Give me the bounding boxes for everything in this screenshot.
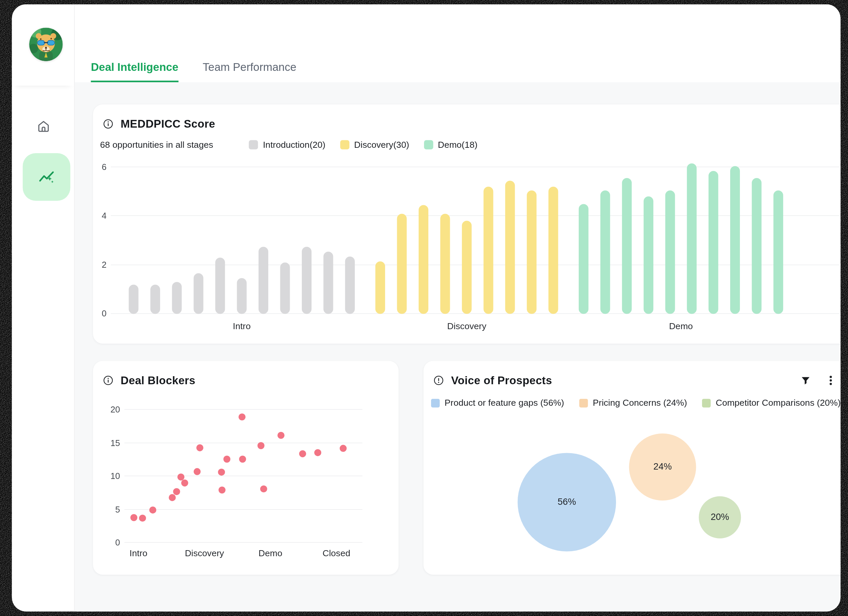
blockers-plot: 05101520IntroDiscoveryDemoClosed (125, 403, 363, 543)
bar-demo (600, 190, 610, 314)
meddpicc-info-button[interactable] (103, 119, 113, 129)
meddpicc-plot: 0246IntroDiscoveryDemo (111, 162, 840, 314)
meddpicc-subtitle: 68 opportunities in all stages (100, 140, 213, 150)
bar-intro (258, 246, 268, 314)
alert-circle-icon (433, 375, 444, 386)
voice-legend: Product or feature gaps (56%) Pricing Co… (423, 398, 840, 408)
bar-intro (280, 263, 290, 314)
tab-team-performance[interactable]: Team Performance (203, 61, 297, 82)
deal-blockers-info-button[interactable] (103, 375, 113, 386)
legend-item-competitor: Competitor Comparisons (20%) (702, 398, 841, 408)
scatter-dot (169, 494, 176, 501)
scatter-dot (218, 469, 225, 476)
bar-demo (579, 204, 589, 314)
deal-blockers-title: Deal Blockers (120, 374, 196, 387)
main-area: Deal Intelligence Team Performance (74, 4, 840, 612)
scatter-dot (314, 450, 322, 456)
scatter-dot (278, 432, 285, 439)
x-axis-label: Intro (130, 548, 147, 558)
bar-demo (730, 166, 740, 314)
voice-bubbles: 56%24%20% (423, 410, 840, 575)
meddpicc-score-card: MEDDPICC Score 68 opportunities in all s… (93, 104, 841, 344)
y-tick-label: 0 (108, 538, 120, 548)
bar-demo (666, 190, 675, 314)
bar-discovery (549, 187, 558, 314)
scatter-dot (130, 514, 137, 521)
legend-item-introduction: Introduction(20) (249, 140, 325, 150)
bubble-24%: 24% (629, 433, 696, 500)
legend-item-pricing: Pricing Concerns (24%) (580, 398, 687, 408)
scatter-dot (239, 456, 246, 463)
leopard-avatar-image (29, 28, 63, 61)
bar-intro (172, 282, 182, 314)
bar-discovery (419, 205, 428, 314)
voice-alert-button[interactable] (433, 375, 444, 386)
bar-intro (323, 252, 333, 314)
bar-discovery (483, 187, 493, 314)
info-icon (103, 375, 113, 386)
bar-demo (774, 190, 783, 314)
gridline (125, 509, 363, 509)
x-axis-label: Discovery (185, 548, 224, 558)
scatter-dot (181, 479, 188, 486)
scatter-dot (139, 515, 146, 522)
scatter-dot (150, 506, 156, 514)
legend-label-introduction: Introduction(20) (263, 140, 325, 150)
y-tick-label: 2 (95, 260, 107, 270)
bar-discovery (505, 181, 515, 314)
bar-discovery (397, 214, 407, 314)
bar-demo (709, 171, 718, 314)
sidebar-item-home[interactable] (33, 115, 54, 137)
gridline (125, 442, 363, 443)
legend-chip-product-gaps (431, 399, 440, 407)
screen: Deal Intelligence Team Performance (0, 0, 848, 616)
bar-discovery (462, 221, 471, 314)
deal-blockers-card: Deal Blockers 05101520IntroDiscoveryDemo… (93, 361, 399, 575)
sidebar (12, 4, 74, 612)
meddpicc-title: MEDDPICC Score (120, 117, 215, 131)
legend-item-product-gaps: Product or feature gaps (56%) (431, 398, 564, 408)
meddpicc-legend: Introduction(20) Discovery(30) Demo(18) (249, 140, 477, 150)
bar-demo (687, 163, 697, 314)
tab-bar: Deal Intelligence Team Performance (74, 4, 840, 82)
scatter-dot (196, 444, 203, 451)
bar-intro (302, 246, 311, 314)
bar-intro (150, 285, 160, 314)
tab-deal-intelligence[interactable]: Deal Intelligence (91, 61, 179, 82)
legend-chip-introduction (249, 140, 258, 149)
gridline (125, 476, 363, 476)
x-axis-label: Demo (669, 321, 693, 331)
meddpicc-card-header: MEDDPICC Score (93, 104, 841, 130)
bar-intro (345, 256, 355, 314)
bar-demo (643, 196, 653, 314)
voice-filter-button[interactable] (800, 375, 811, 386)
sidebar-item-analytics[interactable] (23, 153, 71, 201)
x-axis-label: Intro (233, 321, 251, 331)
y-tick-label: 10 (108, 471, 120, 481)
gridline (125, 409, 363, 410)
avatar[interactable] (29, 28, 63, 61)
scatter-dot (223, 456, 230, 463)
x-axis-label: Closed (323, 548, 350, 558)
y-tick-label: 5 (108, 505, 120, 514)
bar-intro (237, 278, 247, 314)
bubble-20%: 20% (699, 496, 741, 539)
dashboard-content: MEDDPICC Score 68 opportunities in all s… (74, 82, 840, 612)
legend-label-pricing: Pricing Concerns (24%) (593, 398, 687, 408)
voice-more-button[interactable] (824, 374, 837, 387)
legend-chip-demo (424, 140, 433, 149)
filter-funnel-icon (800, 375, 811, 386)
scatter-dot (339, 445, 347, 452)
legend-label-demo: Demo(18) (438, 140, 477, 150)
legend-chip-pricing (580, 399, 588, 407)
bar-demo (622, 178, 632, 314)
legend-item-demo: Demo(18) (424, 140, 477, 150)
bar-intro (215, 258, 225, 314)
y-tick-label: 4 (95, 211, 107, 221)
scatter-dot (239, 413, 246, 420)
bar-demo (752, 178, 761, 314)
legend-label-competitor: Competitor Comparisons (20%) (716, 398, 841, 408)
voice-card-header: Voice of Prospects (423, 361, 840, 387)
info-icon (103, 119, 113, 129)
legend-chip-competitor (702, 399, 711, 407)
